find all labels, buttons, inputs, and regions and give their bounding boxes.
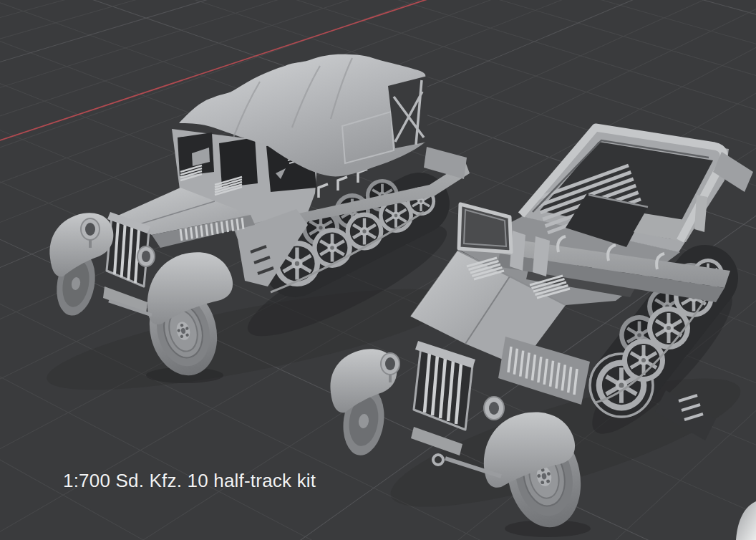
louver-line: [216, 223, 218, 234]
louver-line: [232, 220, 233, 231]
louver-line: [242, 218, 243, 229]
windshield-frame: [459, 204, 511, 252]
louver-line: [237, 218, 238, 230]
louver-line: [201, 226, 203, 237]
headlight-right: [137, 246, 155, 266]
viewport-3d[interactable]: 1:700 Sd. Kfz. 10 half-track kit Sd. Kfz…: [0, 0, 756, 540]
caption: 1:700 Sd. Kfz. 10 half-track kit Sd. Kfz…: [63, 415, 324, 540]
louver-line: [227, 221, 228, 232]
model-halftrack-canopy[interactable]: [41, 54, 470, 410]
road-wheel: [346, 213, 384, 251]
front-crossmember: [411, 427, 462, 455]
ground-shadow: [41, 269, 460, 410]
louver-line: [180, 229, 182, 241]
louver-line: [211, 223, 213, 235]
louver-line: [185, 228, 187, 240]
model-partial-corner[interactable]: [736, 501, 756, 540]
headlight-right: [484, 397, 504, 420]
louver-line: [196, 226, 198, 238]
louver-line: [190, 227, 192, 238]
caption-line-1: 1:700 Sd. Kfz. 10 half-track kit: [63, 468, 324, 494]
louver-line: [206, 224, 208, 236]
louver-line: [221, 221, 223, 233]
rear-deck: [424, 147, 467, 179]
rear-support: [694, 195, 707, 232]
